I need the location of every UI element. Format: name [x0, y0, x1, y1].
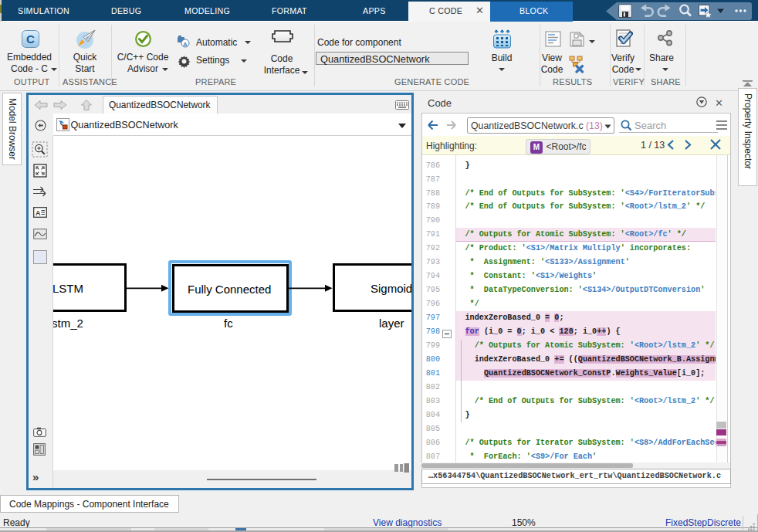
- svg-text:A: A: [183, 41, 188, 48]
- svg-text:C: C: [26, 32, 35, 46]
- svg-text:A: A: [36, 209, 41, 217]
